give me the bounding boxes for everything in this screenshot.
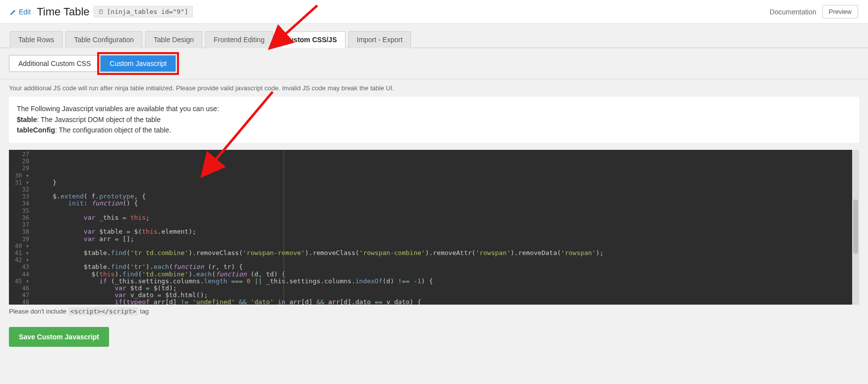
info-box: The Following Javascript variables are a… (9, 97, 859, 143)
main-tab-import-export[interactable]: Import - Export (348, 31, 411, 48)
info-line-1: The Following Javascript variables are a… (17, 104, 851, 115)
sub-tab-custom-javascript[interactable]: Custom Javascript (100, 55, 176, 72)
main-tabs: Table RowsTable ConfigurationTable Desig… (0, 24, 868, 48)
shortcode-box[interactable]: [ninja_tables id="9"] (94, 6, 193, 17)
copy-icon (98, 9, 104, 15)
code-editor[interactable]: 27282930 ▾31 ▾323334353637383940 ▾41 ▾42… (9, 150, 859, 305)
main-tab-frontend-editing[interactable]: Frontend Editing (205, 31, 273, 48)
page-title: Time Table (37, 5, 89, 18)
hint-text: Your additional JS code will run after n… (0, 79, 868, 97)
save-button[interactable]: Save Custom Javascript (9, 327, 109, 347)
main-tab-table-rows[interactable]: Table Rows (10, 31, 62, 48)
scrollbar[interactable] (852, 150, 859, 305)
sub-tab-additional-custom-css[interactable]: Additional Custom CSS (9, 55, 100, 72)
top-bar: Edit Time Table [ninja_tables id="9"] Do… (0, 0, 868, 24)
info-var-2: tableConfig: The configuration object of… (17, 125, 851, 136)
preview-button[interactable]: Preview (822, 5, 858, 18)
main-tab-custom-css-js[interactable]: Custom CSS/JS (276, 31, 346, 48)
code-editor-wrap: 27282930 ▾31 ▾323334353637383940 ▾41 ▾42… (9, 150, 859, 305)
print-margin (284, 150, 284, 305)
documentation-link[interactable]: Documentation (770, 8, 816, 16)
edit-label: Edit (19, 8, 31, 16)
code-gutter: 27282930 ▾31 ▾323334353637383940 ▾41 ▾42… (9, 150, 33, 305)
top-bar-right: Documentation Preview (770, 5, 858, 18)
code-area[interactable]: } $.extend( f.prototype, { init: functio… (33, 150, 859, 305)
top-bar-left: Edit Time Table [ninja_tables id="9"] (10, 5, 193, 18)
footer-post: tag (140, 308, 149, 315)
main-tab-table-configuration[interactable]: Table Configuration (65, 31, 142, 48)
info-var-1: $table: The Javascript DOM object of the… (17, 115, 851, 126)
footer-code: <script></script> (68, 307, 138, 316)
info-var2-name: tableConfig (17, 126, 55, 134)
main-tab-table-design[interactable]: Table Design (145, 31, 202, 48)
shortcode-text: [ninja_tables id="9"] (107, 8, 188, 15)
pencil-icon (10, 8, 17, 15)
footer-pre: Please don't include (9, 308, 66, 315)
footer-hint: Please don't include <script></script> t… (0, 305, 868, 318)
info-var2-desc: : The configuration object of the table. (55, 126, 171, 134)
info-var1-desc: : The Javascript DOM object of the table (37, 116, 161, 124)
scrollbar-thumb[interactable] (853, 199, 858, 254)
edit-link[interactable]: Edit (10, 8, 31, 16)
sub-tabs: Additional Custom CSSCustom Javascript (0, 48, 868, 79)
info-var1-name: $table (17, 116, 37, 124)
